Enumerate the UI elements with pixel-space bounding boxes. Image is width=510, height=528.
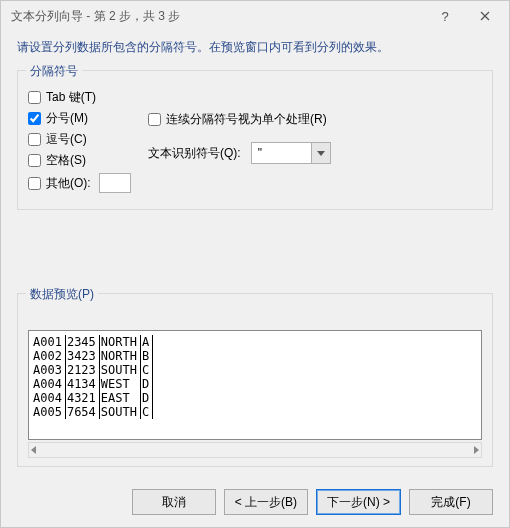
scroll-left-icon (31, 446, 36, 454)
wizard-dialog: 文本分列向导 - 第 2 步，共 3 步 ? 请设置分列数据所包含的分隔符号。在… (0, 0, 510, 528)
table-cell: A003 (33, 363, 65, 377)
table-cell: A004 (33, 391, 65, 405)
other-checkbox[interactable]: 其他(O): (28, 173, 148, 193)
window-title: 文本分列向导 - 第 2 步，共 3 步 (11, 8, 425, 25)
next-button[interactable]: 下一步(N) > (316, 489, 401, 515)
finish-button[interactable]: 完成(F) (409, 489, 493, 515)
scroll-right-icon (474, 446, 479, 454)
chevron-down-icon (317, 151, 325, 156)
table-cell: A005 (33, 405, 65, 419)
back-button[interactable]: < 上一步(B) (224, 489, 308, 515)
titlebar-buttons: ? (425, 3, 505, 29)
qualifier-select[interactable] (251, 142, 331, 164)
button-row: 取消 < 上一步(B) 下一步(N) > 完成(F) (1, 477, 509, 527)
table-cell: A002 (33, 349, 65, 363)
tab-checkbox[interactable]: Tab 键(T) (28, 89, 148, 106)
table-row: A0044321EASTD (33, 391, 153, 405)
table-row: A0044134WESTD (33, 377, 153, 391)
preview-group: 数据预览(P) A0012345NORTHAA0023423NORTHBA003… (17, 293, 493, 467)
table-cell: A001 (33, 335, 65, 349)
table-cell: NORTH (99, 349, 140, 363)
other-input[interactable] (99, 173, 131, 193)
tab-label: Tab 键(T) (46, 89, 96, 106)
help-button[interactable]: ? (425, 3, 465, 29)
table-cell: NORTH (99, 335, 140, 349)
instruction-text: 请设置分列数据所包含的分隔符号。在预览窗口内可看到分列的效果。 (17, 39, 493, 56)
table-cell: D (140, 377, 152, 391)
dialog-content: 请设置分列数据所包含的分隔符号。在预览窗口内可看到分列的效果。 分隔符号 Tab… (1, 31, 509, 477)
cancel-button[interactable]: 取消 (132, 489, 216, 515)
table-cell: A (140, 335, 152, 349)
table-row: A0012345NORTHA (33, 335, 153, 349)
table-cell: D (140, 391, 152, 405)
table-cell: C (140, 363, 152, 377)
comma-label: 逗号(C) (46, 131, 87, 148)
table-row: A0057654SOUTHC (33, 405, 153, 419)
table-row: A0023423NORTHB (33, 349, 153, 363)
table-cell: A004 (33, 377, 65, 391)
qualifier-value[interactable] (251, 142, 311, 164)
table-cell: 3423 (65, 349, 99, 363)
table-cell: 2345 (65, 335, 99, 349)
comma-checkbox[interactable]: 逗号(C) (28, 131, 148, 148)
horizontal-scrollbar[interactable] (28, 442, 482, 458)
semicolon-label: 分号(M) (46, 110, 88, 127)
table-cell: SOUTH (99, 363, 140, 377)
table-cell: 4134 (65, 377, 99, 391)
table-cell: B (140, 349, 152, 363)
table-cell: WEST (99, 377, 140, 391)
titlebar: 文本分列向导 - 第 2 步，共 3 步 ? (1, 1, 509, 31)
delimiters-group: 分隔符号 Tab 键(T) 分号(M) 逗号(C) (17, 70, 493, 210)
table-cell: 2123 (65, 363, 99, 377)
consecutive-label: 连续分隔符号视为单个处理(R) (166, 111, 327, 128)
delimiters-legend: 分隔符号 (26, 63, 82, 80)
qualifier-label: 文本识别符号(Q): (148, 145, 241, 162)
delimiter-options: Tab 键(T) 分号(M) 逗号(C) 空格(S) (28, 85, 148, 197)
close-button[interactable] (465, 3, 505, 29)
preview-table: A0012345NORTHAA0023423NORTHBA0032123SOUT… (33, 335, 153, 419)
space-label: 空格(S) (46, 152, 86, 169)
qualifier-dropdown-button[interactable] (311, 142, 331, 164)
close-icon (480, 11, 490, 21)
table-cell: C (140, 405, 152, 419)
semicolon-checkbox[interactable]: 分号(M) (28, 110, 148, 127)
other-label: 其他(O): (46, 175, 91, 192)
table-cell: SOUTH (99, 405, 140, 419)
table-cell: EAST (99, 391, 140, 405)
preview-legend: 数据预览(P) (26, 286, 98, 303)
consecutive-checkbox[interactable]: 连续分隔符号视为单个处理(R) (148, 111, 482, 128)
preview-box: A0012345NORTHAA0023423NORTHBA0032123SOUT… (28, 330, 482, 440)
table-cell: 4321 (65, 391, 99, 405)
space-checkbox[interactable]: 空格(S) (28, 152, 148, 169)
table-row: A0032123SOUTHC (33, 363, 153, 377)
table-cell: 7654 (65, 405, 99, 419)
